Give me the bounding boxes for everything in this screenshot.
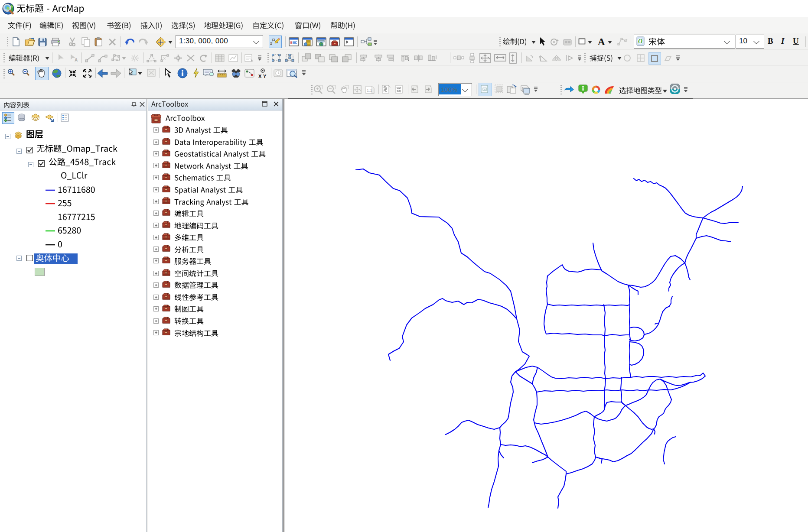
svg-text:O: O	[638, 38, 642, 45]
svg-text:A: A	[75, 58, 78, 62]
svg-text:X: X	[258, 74, 262, 79]
svg-text:1:1: 1:1	[367, 88, 372, 93]
svg-text:Y: Y	[263, 74, 267, 79]
